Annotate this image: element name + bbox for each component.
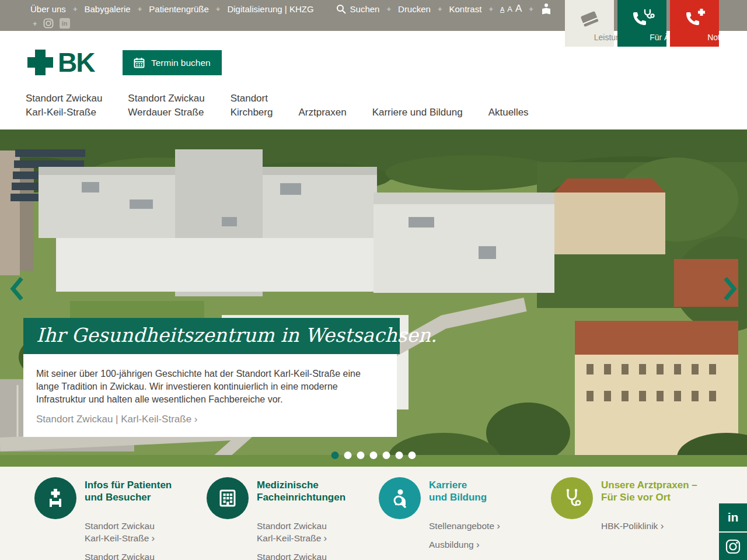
teaser-title-line: Infos für Patienten <box>85 479 207 491</box>
book-icon <box>565 8 614 29</box>
font-size-large-button[interactable]: A <box>515 3 522 15</box>
teaser-link-line: Standort Zwickau <box>257 551 379 560</box>
carousel-dot[interactable] <box>331 452 339 459</box>
teaser-link[interactable]: HBK-Poliklinik › <box>601 520 724 532</box>
plus-separator: + <box>488 5 493 13</box>
notfall-button[interactable]: Notfall <box>670 0 719 47</box>
teaser-link[interactable]: Standort Zwickau Karl-Keil-Straße › <box>257 520 379 544</box>
plus-separator: + <box>386 5 391 13</box>
leistungen-button[interactable]: Leistungen <box>565 0 614 47</box>
teaser-arztpraxen: Unsere Arztpraxen – Für Sie vor Ort HBK-… <box>551 477 724 538</box>
carousel-dot[interactable] <box>344 452 352 459</box>
teaser-link[interactable]: Standort Zwickau <box>257 551 379 560</box>
hero-text-box: Mit seiner über 100-jährigen Geschichte … <box>23 354 397 437</box>
search-icon <box>336 4 346 14</box>
teaser-title-line: Unsere Arztpraxen – <box>601 479 724 491</box>
nav-arztpraxen[interactable]: Arztpraxen <box>298 106 346 120</box>
chevron-right-icon: › <box>476 539 480 550</box>
instagram-icon <box>725 539 741 554</box>
book-appointment-button[interactable]: Termin buchen <box>123 50 222 75</box>
hero-title: Ihr Gesundheitszentrum in Westsachsen. <box>36 324 437 346</box>
hero-description: Mit seiner über 100-jährigen Geschichte … <box>36 368 385 406</box>
nav-label: Standort Zwickau <box>128 92 204 106</box>
link-patientengruesse[interactable]: Patientengrüße <box>149 4 209 14</box>
contrast-button[interactable]: Kontrast <box>449 4 482 14</box>
calendar-icon <box>134 57 145 68</box>
top-bar-links: Über uns + Babygalerie + Patientengrüße … <box>30 3 552 15</box>
nav-label: Standort Zwickau <box>26 92 102 106</box>
teaser-title-line: und Bildung <box>429 491 551 503</box>
nav-label: Arztpraxen <box>298 106 346 120</box>
hbk-logo[interactable]: BK <box>27 50 94 75</box>
top-bar-social: + in <box>33 18 70 29</box>
teaser-link-line: HBK-Poliklinik <box>601 521 658 531</box>
link-babygalerie[interactable]: Babygalerie <box>84 4 130 14</box>
teaser-karriere: Karriere und Bildung Stellenangebote › A… <box>379 477 551 560</box>
teaser-link-line: Standort Zwickau <box>85 551 207 560</box>
carousel-dot[interactable] <box>396 452 403 459</box>
clinic-building-icon <box>207 477 249 519</box>
social-sidebar: in <box>719 503 747 560</box>
carousel-dot[interactable] <box>357 452 365 459</box>
nav-label: Karl-Keil-Straße <box>26 106 102 120</box>
chevron-right-icon: › <box>661 520 664 531</box>
font-size-medium-button[interactable]: A <box>507 5 512 13</box>
phone-plus-icon <box>670 8 719 29</box>
carousel-dot[interactable] <box>409 452 416 459</box>
link-ueber-uns[interactable]: Über uns <box>30 4 66 14</box>
teaser-title: Karriere und Bildung <box>429 479 551 503</box>
teaser-link[interactable]: Standort Zwickau <box>85 551 207 560</box>
carousel-dot[interactable] <box>370 452 378 459</box>
plus-separator: + <box>216 5 221 13</box>
teaser-link[interactable]: Bildungszentrum › <box>429 557 551 560</box>
teaser-link-line: Standort Zwickau <box>85 520 207 532</box>
teaser-title: Unsere Arztpraxen – Für Sie vor Ort <box>601 479 724 503</box>
fuer-aerzte-button[interactable]: Für Ärzte <box>617 0 666 47</box>
instagram-icon[interactable] <box>43 18 54 29</box>
phone-stethoscope-icon <box>617 8 666 29</box>
carousel-prev-button[interactable] <box>8 276 26 302</box>
book-appointment-label: Termin buchen <box>151 58 211 68</box>
stethoscope-icon <box>551 477 593 519</box>
linkedin-icon: in <box>728 510 739 524</box>
instagram-button[interactable] <box>719 533 747 560</box>
nav-standort-zwickau-werdauer[interactable]: Standort Zwickau Werdauer Straße <box>128 92 204 120</box>
person-search-icon <box>379 477 421 519</box>
nav-label: Standort <box>231 92 273 106</box>
quick-access-buttons: Leistungen Für Ärzte Notfall <box>565 0 719 47</box>
carousel-dot[interactable] <box>383 452 390 459</box>
carousel-dots <box>331 452 416 459</box>
teaser-link-line: Stellenangebote <box>429 521 494 531</box>
logo-text: BK <box>58 50 94 75</box>
nav-karriere-und-bildung[interactable]: Karriere und Bildung <box>372 106 463 120</box>
font-size-controls: A A A <box>500 3 522 15</box>
linkedin-icon[interactable]: in <box>60 18 70 29</box>
plus-separator: + <box>33 19 37 28</box>
link-digitalisierung-khzg[interactable]: Digitalisierung | KHZG <box>227 4 313 14</box>
linkedin-button[interactable]: in <box>719 503 747 531</box>
font-size-small-button[interactable]: A <box>500 6 504 13</box>
search-button[interactable]: Suchen <box>336 4 380 14</box>
teaser-link[interactable]: Ausbildung › <box>429 538 551 551</box>
nav-label: Kirchberg <box>231 106 273 120</box>
teaser-link-line: Karl-Keil-Straße <box>85 533 149 543</box>
hero-link[interactable]: Standort Zwickau | Karl-Keil-Straße › <box>36 414 385 425</box>
nav-standort-zwickau-karl-keil[interactable]: Standort Zwickau Karl-Keil-Straße <box>26 92 102 120</box>
carousel-next-button[interactable] <box>721 276 739 302</box>
teaser-title-line: Facheinrichtungen <box>257 491 379 503</box>
easy-language-icon[interactable] <box>540 3 552 15</box>
nav-standort-kirchberg[interactable]: Standort Kirchberg <box>231 92 273 120</box>
teaser-link-line: Karl-Keil-Straße <box>257 533 321 543</box>
teaser-link[interactable]: Standort Zwickau Karl-Keil-Straße › <box>85 520 207 544</box>
teaser-link[interactable]: Stellenangebote › <box>429 520 551 532</box>
teaser-section: Infos für Patienten und Besucher Standor… <box>0 467 747 560</box>
teaser-facheinrichtungen: Medizinische Facheinrichtungen Standort … <box>207 477 379 560</box>
hospital-bed-icon <box>34 477 76 519</box>
nav-aktuelles[interactable]: Aktuelles <box>488 106 529 120</box>
nav-label: Aktuelles <box>488 106 529 120</box>
teaser-title: Infos für Patienten und Besucher <box>85 479 207 503</box>
teaser-link-line: Ausbildung <box>429 540 474 550</box>
plus-separator: + <box>529 5 533 13</box>
hero-link-label: Standort Zwickau | Karl-Keil-Straße <box>36 414 191 425</box>
print-button[interactable]: Drucken <box>398 4 431 14</box>
